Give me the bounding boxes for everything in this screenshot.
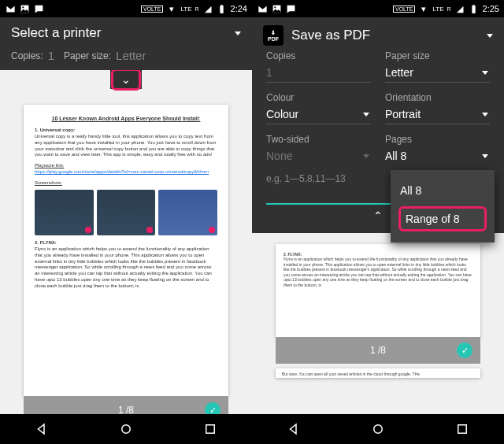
gmail-icon (5, 3, 16, 14)
pages-label: Pages (385, 134, 490, 145)
roaming-label: R (447, 6, 451, 12)
pages-option-all[interactable]: All 8 (391, 178, 495, 203)
msg-icon (285, 3, 296, 14)
screenshot-thumb (158, 190, 217, 235)
chevron-down-icon (363, 113, 369, 117)
link-label: Playstore link: (35, 163, 64, 168)
wifi-icon: ▾ (418, 3, 429, 14)
orientation-label: Orientation (385, 92, 490, 103)
papersize-label: Paper size: (64, 50, 111, 61)
recents-button[interactable] (203, 422, 217, 436)
svg-rect-11 (458, 425, 466, 434)
volte-badge: VOLTE (141, 6, 163, 13)
pages-option-range[interactable]: Range of 8 (398, 206, 487, 231)
image-icon (19, 3, 30, 14)
volte-badge: VOLTE (393, 6, 415, 13)
wifi-icon: ▾ (166, 3, 177, 14)
screen-print: VOLTE ▾ LTE R ◢ 2:24 Select a printer Co… (0, 0, 252, 444)
chevron-down-icon (482, 113, 488, 117)
sec1-body: Universal copy is a really handy little … (35, 134, 217, 158)
recents-button[interactable] (455, 422, 469, 436)
page-preview[interactable]: 2. FLYNX: Flynx is an application which … (276, 244, 480, 337)
screenshot-thumb (35, 190, 94, 235)
status-bar: VOLTE ▾ LTE R ◢ 2:24 (0, 0, 252, 17)
image-icon (271, 3, 282, 14)
chevron-down-icon (363, 154, 369, 158)
orientation-select[interactable]: Portrait (385, 105, 490, 124)
gmail-icon (257, 3, 268, 14)
pdf-header: ⬇PDF Save as PDF (252, 17, 504, 50)
home-button[interactable] (119, 422, 133, 436)
colour-label: Colour (266, 92, 371, 103)
nav-bar (0, 414, 252, 444)
svg-rect-2 (220, 6, 223, 13)
svg-point-7 (274, 6, 276, 8)
nav-bar (252, 414, 504, 444)
battery-icon (217, 3, 228, 14)
pages-popup: All 8 Range of 8 (391, 170, 495, 242)
home-button[interactable] (371, 422, 385, 436)
battery-icon (469, 3, 480, 14)
sec2-body: Flynx is an application which helps you … (284, 257, 472, 287)
copies-label: Copies: (11, 50, 43, 61)
screenshot-row (35, 190, 217, 235)
chevron-up-icon: ⌃ (373, 209, 383, 222)
screenshots-label: Screenshots: (35, 180, 217, 185)
papersize-select[interactable]: Letter (385, 63, 490, 83)
chevron-down-icon: ⌄ (121, 73, 131, 86)
svg-rect-8 (472, 6, 475, 13)
svg-rect-9 (472, 5, 474, 6)
copies-label: Copies (266, 50, 371, 61)
next-page-peek: But wow, You can open all your saved art… (276, 368, 480, 378)
chevron-down-icon[interactable] (487, 34, 493, 38)
destination-select[interactable]: Save as PDF (291, 28, 479, 43)
sec2-body: Flynx is an application which helps you … (35, 246, 217, 290)
network-label: LTE (432, 6, 443, 13)
svg-point-1 (22, 6, 24, 8)
print-preview: 10 Lesser Known Android Apps Everyone Sh… (0, 89, 252, 396)
papersize-label: Paper size (385, 50, 490, 61)
signal-icon: ◢ (454, 3, 465, 14)
svg-point-10 (374, 425, 383, 434)
pdf-icon: ⬇PDF (263, 25, 284, 46)
pages-select[interactable]: All 8 (385, 146, 490, 165)
chevron-down-icon[interactable] (235, 31, 241, 35)
screen-pdf: VOLTE ▾ LTE R ◢ 2:25 ⬇PDF Save as PDF Co… (252, 0, 504, 444)
status-bar: VOLTE ▾ LTE R ◢ 2:25 (252, 0, 504, 17)
msg-icon (33, 3, 44, 14)
page-indicator: 1 /8 (370, 345, 386, 356)
sec1-head: 1. Universal copy: (35, 128, 75, 132)
svg-rect-3 (220, 5, 222, 6)
expand-button[interactable]: ⌄ (110, 70, 142, 89)
screenshot-thumb (97, 190, 156, 235)
copies-field[interactable]: 1 (266, 63, 371, 83)
roaming-label: R (195, 6, 199, 12)
clock: 2:24 (231, 4, 247, 13)
chevron-down-icon (482, 71, 488, 75)
page-preview[interactable]: 10 Lesser Known Android Apps Everyone Sh… (24, 105, 228, 396)
back-button[interactable] (35, 422, 49, 436)
copies-value[interactable]: 1 (48, 49, 54, 62)
chevron-down-icon (482, 154, 488, 158)
playstore-link: https://play.google.com/store/apps/detai… (35, 169, 209, 174)
papersize-value[interactable]: Letter (116, 49, 146, 62)
colour-select[interactable]: Colour (266, 105, 371, 124)
check-icon[interactable]: ✓ (457, 342, 472, 358)
twosided-select[interactable]: None (266, 146, 371, 165)
back-button[interactable] (287, 422, 301, 436)
print-preview: 2. FLYNX: Flynx is an application which … (252, 233, 504, 337)
signal-icon: ◢ (202, 3, 213, 14)
svg-rect-5 (206, 425, 214, 434)
svg-point-4 (122, 425, 131, 434)
network-label: LTE (180, 6, 191, 13)
sec2-head: 2. FLYNX: (35, 240, 57, 245)
clock: 2:25 (483, 4, 499, 13)
page-indicator-bar: 1 /8 ✓ (276, 337, 480, 364)
printer-select[interactable]: Select a printer (11, 25, 227, 41)
doc-title: 10 Lesser Known Android Apps Everyone Sh… (35, 116, 217, 121)
twosided-label: Two-sided (266, 134, 371, 145)
print-header: Select a printer Copies: 1 Paper size: L… (0, 17, 252, 70)
